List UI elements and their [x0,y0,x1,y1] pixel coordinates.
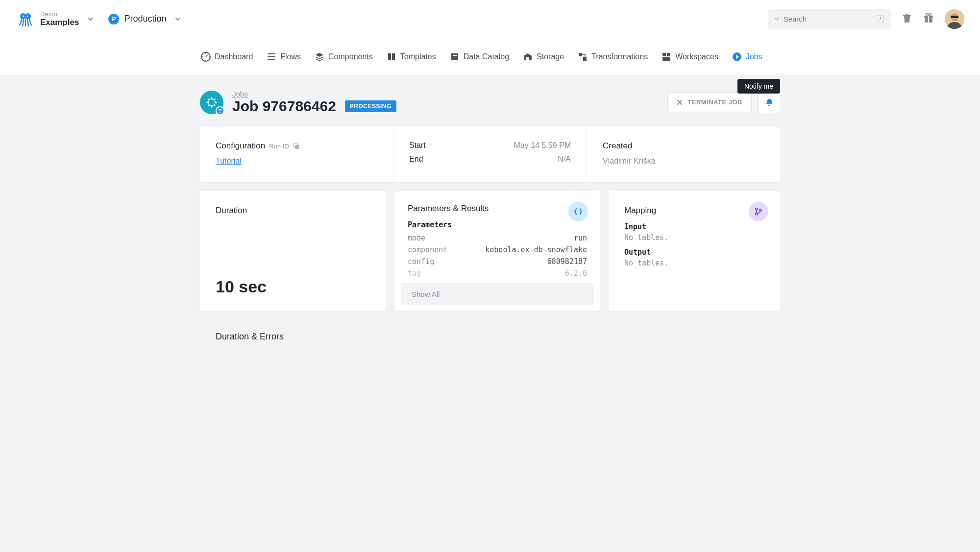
svg-rect-26 [662,57,670,61]
duration-label: Duration [216,206,370,216]
bell-icon [765,98,774,107]
terminate-button[interactable]: TERMINATE JOB [667,92,752,112]
search-icon [775,15,779,24]
close-icon [677,99,683,105]
section-title: Duration & Errors [200,323,780,351]
user-avatar[interactable] [945,9,964,29]
svg-rect-21 [526,57,529,60]
svg-rect-32 [295,145,299,149]
runid-label: Run ID [269,143,289,150]
info-timing: StartMay 14 5:59 PM EndN/A [393,127,587,182]
start-value: May 14 5:59 PM [514,141,571,150]
svg-rect-16 [268,53,275,54]
page-header: Jobs Job 976786462 PROCESSING TERMINATE … [200,90,780,115]
content: Jobs Job 976786462 PROCESSING TERMINATE … [200,76,780,400]
svg-rect-8 [928,16,929,23]
copy-icon[interactable] [293,143,299,149]
svg-rect-14 [951,16,958,18]
param-row: tag6.2.0 [395,267,600,279]
nav-templates[interactable]: Templates [387,52,436,62]
trash-icon[interactable] [902,13,912,25]
svg-point-3 [27,15,28,17]
svg-rect-29 [219,110,221,111]
cards-row: Duration 10 sec Parameters & Results Par… [200,191,780,311]
duration-value: 10 sec [216,277,370,296]
end-value: N/A [558,155,571,164]
svg-point-2 [23,15,24,17]
svg-rect-20 [453,55,457,56]
branch-name: Production [124,14,166,24]
nav-storage[interactable]: Storage [523,52,564,62]
search-input[interactable] [784,15,877,23]
configuration-label: Configuration [216,141,265,151]
svg-point-33 [756,208,758,210]
logo-icon [18,11,33,27]
params-heading: Parameters [395,220,600,232]
param-row: moderun [395,232,600,244]
mapping-title: Mapping [624,206,764,216]
param-row: componentkeboola.ex-db-snowflake [395,244,600,256]
mapping-output-value: No tables. [624,259,764,267]
chevron-down-icon [174,15,182,23]
svg-rect-25 [667,53,670,56]
info-configuration: Configuration Run ID Tutorial [200,127,393,182]
info-created: Created Vladimír Kriška [587,127,780,182]
svg-rect-24 [662,53,666,56]
svg-rect-23 [583,57,587,61]
git-branch-icon [749,202,768,221]
org-name: Examples [40,18,79,27]
nav-jobs[interactable]: Jobs [732,52,762,62]
svg-rect-19 [451,53,458,60]
notify-tooltip: Notify me [737,79,780,94]
svg-rect-18 [268,59,275,60]
topbar: Demo Examples P Production / [0,0,980,38]
card-duration: Duration 10 sec [200,191,386,311]
card-mapping: Mapping Input No tables. Output No table… [609,191,780,311]
card-params: Parameters & Results Parameters moderun … [395,191,600,311]
search-shortcut: / [877,15,884,23]
end-label: End [409,155,423,164]
branch-switcher[interactable]: P Production [108,14,182,24]
chart-area [200,351,780,371]
mapping-output-label: Output [624,248,764,257]
search-box[interactable]: / [768,9,891,29]
svg-rect-22 [579,53,582,56]
notify-button[interactable] [759,92,780,113]
branch-badge: P [108,14,119,24]
svg-point-35 [760,209,761,211]
breadcrumb-jobs[interactable]: Jobs [232,90,396,98]
mapping-input-value: No tables. [624,233,764,242]
param-row: config680982187 [395,256,600,267]
svg-rect-17 [268,56,275,57]
gift-icon[interactable] [923,13,934,25]
created-by: Vladimír Kriška [603,157,764,166]
svg-point-10 [929,13,931,16]
svg-line-5 [777,20,778,20]
nav-workspaces[interactable]: Workspaces [662,52,718,62]
nav-data-catalog[interactable]: Data Catalog [450,52,509,62]
svg-rect-30 [219,112,221,113]
status-badge: PROCESSING [345,100,396,112]
created-label: Created [603,141,632,151]
org-label: Demo [40,10,79,18]
nav-dashboard[interactable]: Dashboard [201,52,253,62]
nav-components[interactable]: Components [315,52,373,62]
show-all-button[interactable]: Show All [401,283,594,305]
page-title: Job 976786462 [232,98,336,115]
svg-point-9 [926,13,929,16]
nav-flows[interactable]: Flows [267,52,301,62]
start-label: Start [409,141,426,150]
nav-transformations[interactable]: Transformations [578,52,648,62]
configuration-link[interactable]: Tutorial [216,157,242,165]
job-icon [200,91,223,114]
svg-rect-28 [219,109,221,110]
chevron-down-icon [87,15,95,23]
mapping-input-label: Input [624,222,764,231]
org-switcher[interactable]: Demo Examples [40,10,95,27]
nav-bar: Dashboard Flows Components Templates Dat… [0,38,980,76]
info-card: Configuration Run ID Tutorial StartMay 1… [200,127,780,182]
braces-icon [568,202,588,221]
